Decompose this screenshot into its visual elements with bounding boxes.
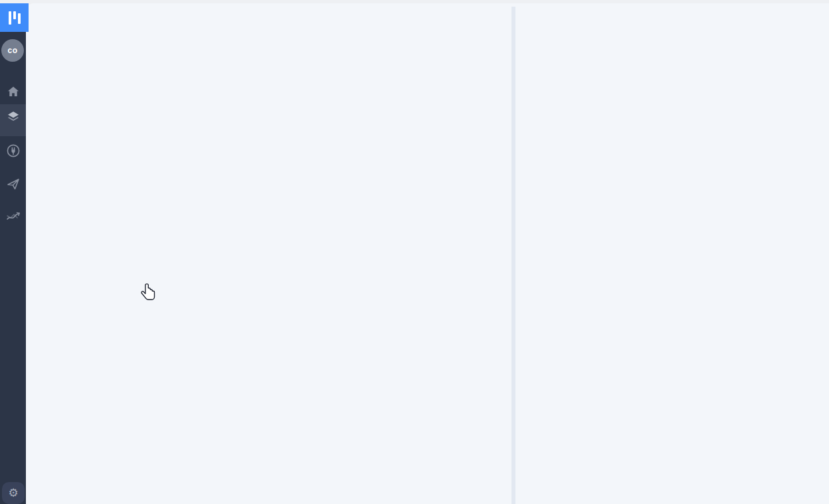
sidebar-item-send[interactable]	[0, 171, 26, 197]
logo-icon	[9, 11, 21, 25]
plug-icon	[6, 143, 21, 158]
paper-plane-icon	[7, 177, 20, 191]
sidebar-item-settings[interactable]: ⚙	[2, 482, 25, 504]
panel-divider	[511, 7, 515, 504]
trend-chart-icon	[6, 210, 21, 223]
sidebar-item-pages[interactable]	[0, 104, 26, 130]
main-area	[26, 3, 829, 504]
sidebar-item-integrations[interactable]	[0, 137, 26, 164]
sidebar-item-home[interactable]	[0, 78, 26, 105]
avatar-initials: co	[7, 46, 17, 55]
layers-icon	[7, 110, 20, 124]
gear-icon: ⚙	[8, 486, 18, 500]
sidebar-item-analytics[interactable]	[0, 203, 26, 230]
app-logo[interactable]	[0, 3, 29, 32]
home-icon	[7, 85, 20, 98]
avatar[interactable]: co	[1, 39, 24, 62]
